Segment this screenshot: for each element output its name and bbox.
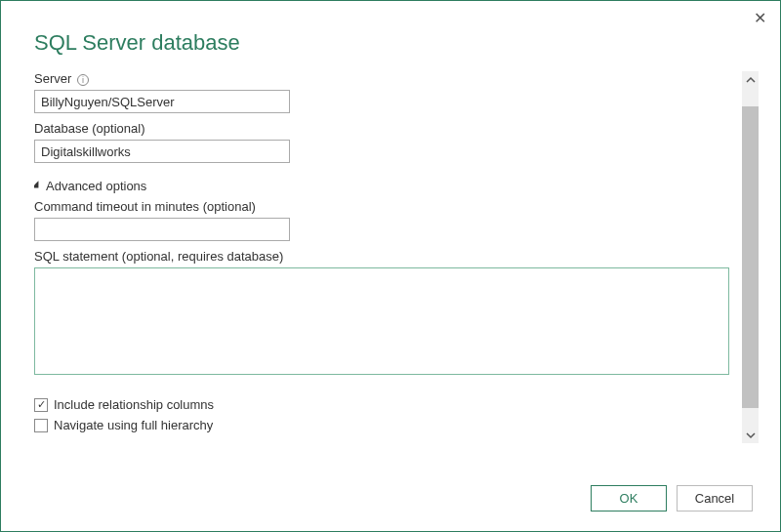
ok-button[interactable]: OK [591,485,667,512]
cancel-button[interactable]: Cancel [677,485,753,512]
dialog-footer: OK Cancel [591,485,753,512]
navigate-full-hierarchy-label: Navigate using full hierarchy [54,418,213,432]
scrollbar[interactable] [742,71,759,443]
timeout-field-group: Command timeout in minutes (optional) [34,199,729,241]
include-relationship-checkbox[interactable]: ✓ Include relationship columns [34,397,729,412]
close-icon[interactable]: ✕ [754,9,766,27]
sql-statement-input[interactable] [34,267,729,375]
sql-field-group: SQL statement (optional, requires databa… [34,249,729,389]
timeout-input[interactable] [34,218,290,241]
checkbox-box-checked: ✓ [34,398,48,412]
include-relationship-label: Include relationship columns [54,397,214,412]
advanced-options-toggle[interactable]: Advanced options [34,179,729,193]
form-content: Server i Database (optional) Advanced op… [34,71,729,443]
info-icon[interactable]: i [77,74,89,86]
sql-label: SQL statement (optional, requires databa… [34,249,729,264]
timeout-label: Command timeout in minutes (optional) [34,199,729,214]
server-field-group: Server i [34,71,729,113]
server-input[interactable] [34,90,290,113]
scroll-down-icon[interactable] [742,427,759,443]
database-input[interactable] [34,140,290,163]
server-label-text: Server [34,71,71,86]
scrollbar-thumb[interactable] [742,106,759,408]
server-label: Server i [34,71,729,86]
navigate-full-hierarchy-checkbox[interactable]: Navigate using full hierarchy [34,418,729,432]
advanced-options-label: Advanced options [46,179,146,193]
checkbox-box-unchecked [34,419,48,432]
database-label: Database (optional) [34,121,729,136]
dialog-title: SQL Server database [1,1,780,69]
database-field-group: Database (optional) [34,121,729,163]
scroll-up-icon[interactable] [742,71,759,88]
